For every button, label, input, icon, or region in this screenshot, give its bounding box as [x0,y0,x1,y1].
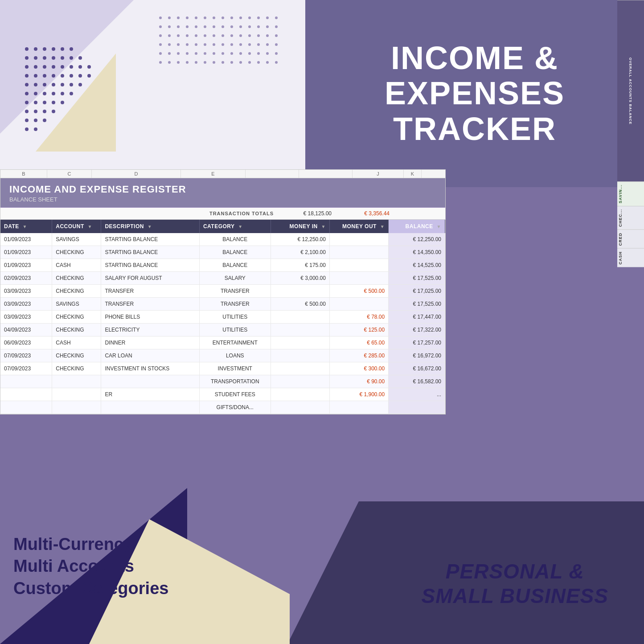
cell-money-out: € 125.00 [329,324,388,336]
cell-description: DINNER [101,336,199,349]
cell-money-out: € 500.00 [329,285,388,298]
svg-point-20 [87,65,91,69]
cell-money-out [329,246,388,259]
table-row: 01/09/2023 CASH STARTING BALANCE BALANCE… [0,259,445,272]
cell-description: PHONE BILLS [101,311,199,324]
svg-point-119 [222,52,224,55]
totals-money-out: € 3,356.44 [336,210,394,217]
svg-point-57 [168,16,171,19]
cell-balance: € 12,250.00 [389,233,445,246]
svg-point-105 [222,43,224,46]
svg-point-134 [230,61,233,64]
cell-money-out: € 65.00 [329,336,388,349]
svg-point-116 [195,52,197,55]
svg-point-70 [159,25,162,28]
cell-account: CHECKING [52,311,101,324]
header-line2: EXPENSES [385,75,565,111]
svg-point-40 [61,92,64,95]
cell-money-in: € 3,000.00 [271,272,329,285]
svg-point-104 [213,43,215,46]
svg-point-123 [257,52,260,55]
svg-point-39 [52,92,55,95]
cell-balance: € 14,525.00 [389,259,445,272]
table-row: 06/09/2023 CASH DINNER ENTERTAINMENT € 6… [0,336,445,349]
cell-description: STARTING BALANCE [101,246,199,259]
col-header-e: E [181,170,246,178]
svg-point-41 [70,92,73,95]
dot-grid-svg-left [22,45,94,134]
svg-point-73 [186,25,189,28]
svg-point-32 [52,83,55,86]
svg-point-48 [34,110,37,113]
cell-money-in: € 500.00 [271,298,329,311]
svg-point-100 [177,43,180,46]
svg-point-120 [230,52,233,55]
cell-money-out [329,298,388,311]
svg-point-9 [52,56,55,60]
table-row: 02/09/2023 CHECKING SALARY FOR AUGUST SA… [0,272,445,285]
svg-point-108 [248,43,251,46]
cell-date: 07/09/2023 [0,362,52,375]
svg-point-87 [186,34,189,37]
svg-point-84 [159,34,162,37]
svg-point-38 [43,92,46,95]
svg-point-113 [168,52,171,55]
svg-point-58 [177,16,180,19]
table-row: 07/09/2023 CHECKING CAR LOAN LOANS € 285… [0,349,445,362]
svg-point-75 [204,25,206,28]
svg-point-18 [70,65,73,69]
totals-row: TRANSACTION TOTALS € 18,125.00 € 3,356.4… [0,208,445,220]
svg-point-126 [159,61,162,64]
svg-point-101 [186,43,189,46]
dot-grid-svg-right [156,13,281,67]
svg-point-102 [195,43,197,46]
cell-money-out [329,259,388,272]
svg-point-127 [168,61,171,64]
header-purple-block: INCOME & EXPENSES TRACKER [305,0,644,187]
cell-money-in: € 175.00 [271,259,329,272]
cell-account: CHECKING [52,246,101,259]
cell-balance: ... [389,388,445,401]
cell-money-in [271,336,329,349]
svg-point-28 [87,74,91,78]
th-balance: BALANCE ▼ [389,220,445,233]
table-row: ER STUDENT FEES € 1,900.00 ... [0,388,445,401]
col-header-c: C [47,170,92,178]
svg-point-11 [70,56,73,60]
svg-point-29 [25,83,29,86]
svg-point-6 [25,56,29,60]
svg-point-22 [34,74,37,78]
cell-category: TRANSFER [199,285,271,298]
svg-point-97 [275,34,278,37]
cell-balance: € 17,525.00 [389,272,445,285]
svg-point-76 [213,25,215,28]
cell-money-out: € 1,900.00 [329,388,388,401]
svg-point-124 [266,52,269,55]
table-row: 04/09/2023 CHECKING ELECTRICITY UTILITIE… [0,324,445,336]
svg-point-111 [275,43,278,46]
column-headers-row: B C D E J K [0,170,445,178]
cell-money-in [271,285,329,298]
svg-point-72 [177,25,180,28]
svg-point-79 [239,25,242,28]
cell-date: 01/09/2023 [0,259,52,272]
svg-point-31 [43,83,46,86]
cell-money-out: € 285.00 [329,349,388,362]
dot-grid-top-right [156,13,281,67]
cell-money-in [271,388,329,401]
cell-money-in [271,349,329,362]
cell-description: CAR LOAN [101,349,199,362]
svg-point-83 [275,25,278,28]
cell-category: UTILITIES [199,311,271,324]
cell-category: GIFTS/DONA... [199,401,271,414]
svg-point-35 [78,83,82,86]
cell-balance: € 14,350.00 [389,246,445,259]
svg-point-34 [70,83,73,86]
bottom-left-features: Multi-Currency Multi Accounts Custom Cat… [13,533,168,599]
svg-point-16 [52,65,55,69]
cell-balance: € 17,257.00 [389,336,445,349]
cell-date: 06/09/2023 [0,336,52,349]
th-money-in: MONEY IN ▼ [271,220,329,233]
cell-category: SALARY [199,272,271,285]
cell-description [101,375,199,388]
